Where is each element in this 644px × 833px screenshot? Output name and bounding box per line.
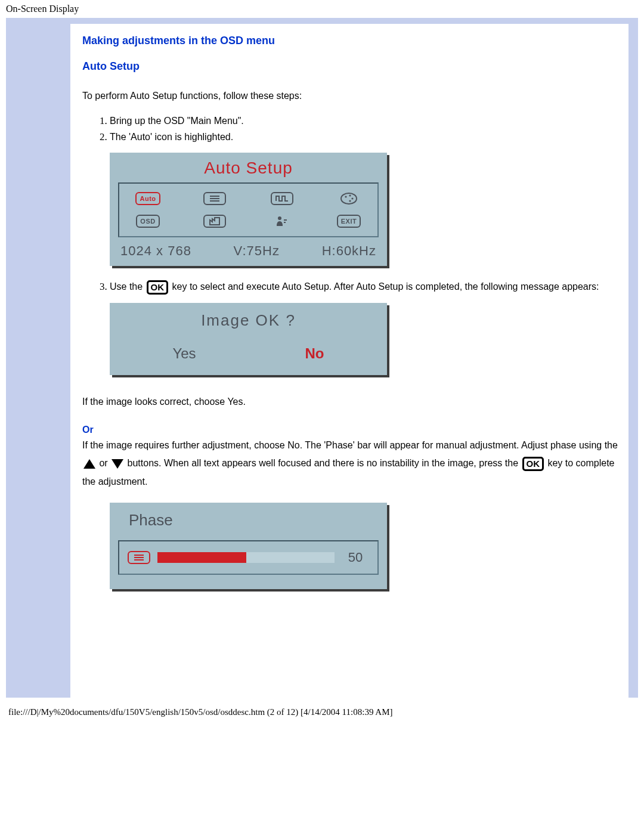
steps-list-cont: Use the OK key to select and execute Aut… bbox=[82, 280, 621, 295]
svg-point-3 bbox=[341, 193, 357, 204]
osd-resolution: 1024 x 768 bbox=[120, 243, 191, 259]
up-arrow-icon bbox=[83, 459, 95, 469]
step-2: The 'Auto' icon is highlighted. bbox=[110, 131, 621, 144]
osd-phase-frame: 50 bbox=[118, 540, 379, 575]
page-header: On-Screen Display bbox=[0, 0, 644, 16]
osd-image-ok-title: Image OK ? bbox=[118, 311, 379, 330]
osd-hfreq: H:60kHz bbox=[322, 243, 376, 259]
or-label: Or bbox=[82, 425, 621, 435]
osd-auto-setup: Auto Setup Auto bbox=[110, 153, 387, 266]
auto-icon: Auto bbox=[129, 190, 167, 208]
svg-point-8 bbox=[278, 216, 281, 220]
osd-status-line: 1024 x 768 V:75Hz H:60kHz bbox=[118, 237, 379, 259]
svg-point-5 bbox=[349, 195, 351, 197]
list-icon bbox=[196, 190, 234, 208]
page-frame: Making adjustments in the OSD menu Auto … bbox=[6, 18, 638, 698]
osd-auto-setup-title: Auto Setup bbox=[118, 159, 379, 178]
svg-point-4 bbox=[345, 196, 346, 198]
phase-list-icon bbox=[128, 551, 150, 564]
osd-image-ok: Image OK ? Yes No bbox=[110, 303, 387, 375]
osd-phase: Phase 50 bbox=[110, 503, 387, 589]
palette-icon bbox=[330, 190, 368, 208]
wave-icon bbox=[263, 190, 301, 208]
steps-list: Bring up the OSD "Main Menu". The 'Auto'… bbox=[82, 114, 621, 144]
down-arrow-icon bbox=[112, 459, 123, 469]
phase-bar-fill bbox=[157, 552, 246, 563]
content-panel: Making adjustments in the OSD menu Auto … bbox=[70, 24, 628, 698]
after-image-text: If the image looks correct, choose Yes. bbox=[82, 395, 621, 408]
osd-icon: OSD bbox=[129, 212, 167, 230]
heading-main: Making adjustments in the OSD menu bbox=[82, 35, 621, 47]
intro-text: To perform Auto Setup functions, follow … bbox=[82, 89, 621, 103]
ok-key-icon: OK bbox=[147, 280, 169, 295]
svg-point-6 bbox=[351, 198, 353, 200]
exit-icon: EXIT bbox=[330, 212, 368, 230]
option-yes: Yes bbox=[172, 345, 196, 362]
osd-icon-grid: Auto bbox=[118, 182, 379, 237]
osd-phase-title: Phase bbox=[118, 511, 379, 529]
heading-auto-setup: Auto Setup bbox=[82, 60, 621, 73]
phase-value: 50 bbox=[342, 550, 369, 565]
or-body: If the image requires further adjustment… bbox=[82, 436, 621, 491]
footer-path: file:///D|/My%20documents/dfu/150V5/engl… bbox=[0, 698, 644, 722]
person-icon bbox=[263, 212, 301, 230]
step-3: Use the OK key to select and execute Aut… bbox=[110, 280, 621, 295]
step-1: Bring up the OSD "Main Menu". bbox=[110, 114, 621, 128]
phase-bar bbox=[157, 552, 335, 563]
osd-vfreq: V:75Hz bbox=[234, 243, 280, 259]
ok-key-icon: OK bbox=[522, 457, 544, 471]
svg-point-7 bbox=[349, 200, 351, 202]
factory-icon bbox=[196, 212, 234, 230]
option-no: No bbox=[305, 345, 324, 362]
